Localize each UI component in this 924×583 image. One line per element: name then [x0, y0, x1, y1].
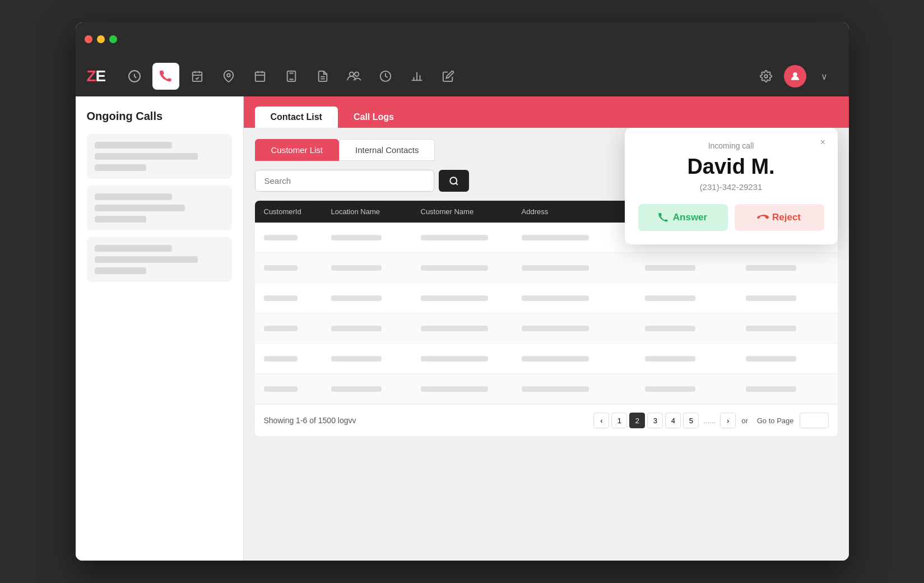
tab-call-logs[interactable]: Call Logs [338, 107, 410, 128]
ongoing-call-card-1 [87, 134, 232, 179]
skeleton-line [95, 193, 173, 200]
skeleton-line [95, 245, 173, 252]
next-page-button[interactable]: › [720, 413, 736, 428]
reject-label: Reject [772, 212, 801, 223]
pagination-bar: Showing 1-6 of 1500 logvv ‹ 1 2 3 4 5 ..… [255, 404, 838, 436]
svg-point-30 [450, 177, 457, 184]
titlebar [76, 22, 849, 56]
content-body: Customer List Internal Contacts Customer… [244, 128, 849, 561]
settings-icon[interactable] [753, 63, 779, 90]
ongoing-call-card-2 [87, 186, 232, 230]
svg-rect-1 [193, 72, 202, 82]
page-2-button[interactable]: 2 [629, 413, 645, 428]
sub-tab-customer-list[interactable]: Customer List [255, 139, 340, 161]
skeleton-line [95, 153, 198, 160]
document-nav-icon[interactable] [309, 63, 336, 90]
phone-nav-icon[interactable] [152, 63, 179, 90]
page-5-button[interactable]: 5 [683, 413, 699, 428]
table-row [255, 344, 838, 374]
page-dots: ...... [703, 417, 716, 425]
skeleton-line [95, 142, 173, 149]
goto-input[interactable] [800, 413, 829, 428]
table-row [255, 253, 838, 283]
reject-button[interactable]: Reject [735, 204, 824, 231]
header-customerId: CustomerId [264, 207, 331, 216]
location-nav-icon[interactable] [215, 63, 242, 90]
svg-line-31 [456, 183, 457, 184]
search-input[interactable] [255, 170, 434, 192]
table-row [255, 374, 838, 404]
speedometer-icon[interactable] [121, 63, 148, 90]
prev-page-button[interactable]: ‹ [593, 413, 609, 428]
caller-name: David M. [638, 155, 824, 179]
incoming-call-modal: × Incoming call David M. (231)-342-29231… [625, 128, 838, 244]
user-avatar[interactable] [784, 65, 806, 87]
app-logo: ZE [87, 67, 106, 85]
clock-nav-icon[interactable] [372, 63, 399, 90]
calculator-nav-icon[interactable] [278, 63, 305, 90]
skeleton-line [95, 256, 198, 263]
close-traffic-light[interactable] [85, 35, 92, 43]
answer-button[interactable]: Answer [638, 204, 728, 231]
page-3-button[interactable]: 3 [647, 413, 663, 428]
table-row [255, 283, 838, 313]
call-actions: Answer Reject [638, 204, 824, 231]
incoming-call-label: Incoming call [638, 141, 824, 150]
nav-bar: ZE [76, 56, 849, 96]
maximize-traffic-light[interactable] [109, 35, 117, 43]
chevron-down-icon[interactable]: ∨ [811, 63, 838, 90]
content-area: Contact List Call Logs Customer List Int… [244, 96, 849, 561]
pagination-controls: ‹ 1 2 3 4 5 ...... › or Go to Page [593, 413, 828, 428]
traffic-lights [85, 35, 117, 43]
chart-nav-icon[interactable] [403, 63, 430, 90]
calendar-nav-icon[interactable] [247, 63, 273, 90]
main-tabs-bar: Contact List Call Logs [244, 96, 849, 128]
caller-number: (231)-342-29231 [638, 182, 824, 192]
search-button[interactable] [439, 170, 469, 192]
skeleton-line [95, 205, 185, 211]
skeleton-line [95, 267, 146, 274]
sidebar-title: Ongoing Calls [87, 110, 232, 123]
page-4-button[interactable]: 4 [665, 413, 681, 428]
calendar-check-icon[interactable] [184, 63, 211, 90]
svg-point-5 [227, 73, 231, 77]
skeleton-line [95, 216, 146, 223]
skeleton-line [95, 164, 146, 171]
svg-rect-6 [256, 72, 265, 82]
modal-close-button[interactable]: × [816, 136, 830, 149]
mac-window: ZE [76, 22, 849, 561]
answer-label: Answer [673, 212, 707, 223]
or-label: or [741, 417, 748, 425]
main-content: Ongoing Calls Contact List Cal [76, 96, 849, 561]
svg-point-22 [355, 72, 359, 76]
edit-nav-icon[interactable] [435, 63, 462, 90]
svg-point-28 [764, 75, 768, 78]
header-locationName: Location Name [331, 207, 421, 216]
team-nav-icon[interactable] [341, 63, 368, 90]
sidebar: Ongoing Calls [76, 96, 244, 561]
header-customerName: Customer Name [421, 207, 522, 216]
page-1-button[interactable]: 1 [611, 413, 627, 428]
ongoing-call-card-3 [87, 237, 232, 282]
minimize-traffic-light[interactable] [97, 35, 105, 43]
tab-contact-list[interactable]: Contact List [255, 107, 338, 128]
svg-point-21 [350, 72, 354, 76]
table-row [255, 313, 838, 344]
goto-label: Go to Page [757, 417, 794, 425]
pagination-info: Showing 1-6 of 1500 logvv [264, 416, 356, 425]
svg-point-29 [793, 72, 797, 76]
sub-tab-internal-contacts[interactable]: Internal Contacts [339, 139, 435, 161]
